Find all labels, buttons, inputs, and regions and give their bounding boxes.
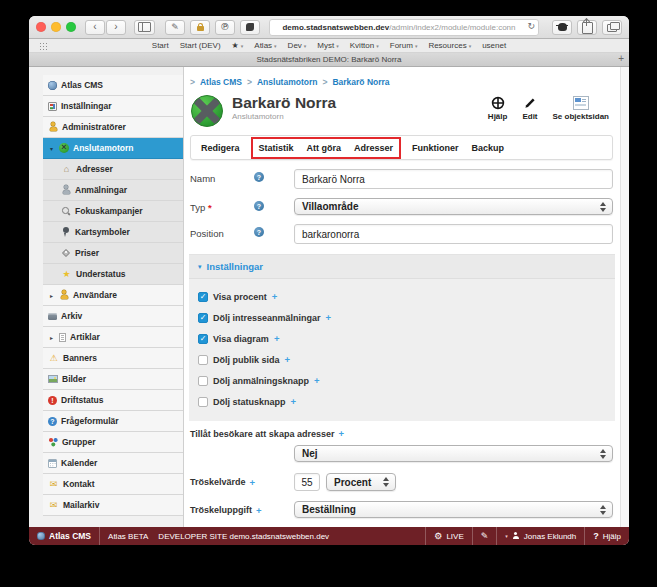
bookmark-start-dev[interactable]: Start (DEV) xyxy=(180,41,221,50)
extension-pinner-button[interactable]: ℗ xyxy=(215,20,235,35)
sidebar-item-kartsymboler[interactable]: Kartsymboler xyxy=(43,222,183,243)
sidebar-item-artiklar[interactable]: ▸Artiklar xyxy=(43,327,183,348)
question-circle-icon xyxy=(48,417,57,426)
minimize-window-button[interactable] xyxy=(51,22,61,32)
name-input[interactable] xyxy=(294,169,613,189)
collapsed-chevron-icon[interactable]: ▸ xyxy=(48,292,55,299)
checkbox-unchecked[interactable] xyxy=(198,355,208,365)
help-action-button[interactable]: Hjälp xyxy=(488,96,508,121)
help-icon[interactable] xyxy=(254,172,264,182)
sidebar-item-mailarkiv[interactable]: Mailarkiv xyxy=(43,495,183,516)
checkbox-checked[interactable] xyxy=(198,334,208,344)
close-window-button[interactable] xyxy=(36,22,46,32)
bookmarks-grid-icon[interactable] xyxy=(39,42,47,50)
checkbox-checked[interactable] xyxy=(198,313,208,323)
type-select[interactable]: Villaområde xyxy=(294,198,613,215)
bookmark-start[interactable]: Start xyxy=(152,41,169,50)
collapsed-chevron-icon[interactable]: ▸ xyxy=(48,334,55,341)
plus-link[interactable]: + xyxy=(326,312,332,323)
settings-section-header[interactable]: ▾ Inställningar xyxy=(189,255,615,279)
sidebar-item-anslutamotorn[interactable]: ▾Anslutamotorn xyxy=(43,138,183,159)
tab-adresser[interactable]: Adresser xyxy=(354,143,393,153)
sidebar-item-administratorer[interactable]: Administratörer xyxy=(43,117,183,138)
sidebar-item-frageformular[interactable]: Frågeformulär xyxy=(43,411,183,432)
allow-create-addresses-select[interactable]: Nej xyxy=(294,445,613,462)
bookmark-forum-folder[interactable]: Forum▾ xyxy=(390,41,418,50)
expanded-chevron-icon[interactable]: ▾ xyxy=(48,145,55,152)
breadcrumb-barkaro-norra[interactable]: Barkarö Norra xyxy=(332,77,389,87)
zoom-window-button[interactable] xyxy=(66,22,76,32)
extension-misc-button[interactable] xyxy=(240,20,260,35)
footer-edit-button[interactable]: ✎ xyxy=(472,527,497,545)
sidebar-item-priser[interactable]: Priser xyxy=(43,243,183,264)
tab-att-gora[interactable]: Att göra xyxy=(307,143,342,153)
help-icon[interactable] xyxy=(254,201,264,211)
plus-link[interactable]: + xyxy=(272,291,278,302)
page-scrollbar[interactable] xyxy=(620,67,629,527)
checkbox-unchecked[interactable] xyxy=(198,376,208,386)
bookmark-dev-folder[interactable]: Dev▾ xyxy=(288,41,307,50)
bookmark-atlas-folder[interactable]: Atlas▾ xyxy=(254,41,276,50)
extension-password-button[interactable] xyxy=(190,20,210,35)
share-button[interactable] xyxy=(577,20,597,35)
sidebar-item-fokuskampanjer[interactable]: Fokuskampanjer xyxy=(43,201,183,222)
threshold-task-select[interactable]: Beställning xyxy=(294,501,613,518)
object-motor-icon xyxy=(190,94,224,128)
position-input[interactable] xyxy=(294,224,613,244)
browser-window: ‹ › ✎ ℗ demo.stadsnatswebben.dev/admin/i… xyxy=(29,16,629,545)
sidebar-item-anmalningar[interactable]: Anmälningar xyxy=(43,180,183,201)
checkbox-unchecked[interactable] xyxy=(198,397,208,407)
sidebar-item-installningar[interactable]: Inställningar xyxy=(43,96,183,117)
active-tab-title[interactable]: Stadsnätsfabriken DEMO: Barkarö Norra xyxy=(257,55,402,64)
sidebar-item-driftstatus[interactable]: Driftstatus xyxy=(43,390,183,411)
extension-blocker-button[interactable] xyxy=(552,20,572,35)
help-icon[interactable] xyxy=(254,227,264,237)
tab-backup[interactable]: Backup xyxy=(472,143,505,153)
bookmark-favorites-folder[interactable]: ★▾ xyxy=(232,41,244,50)
bookmark-usenet[interactable]: usenet xyxy=(482,41,506,50)
new-tab-button[interactable]: + xyxy=(618,53,624,65)
sidebar-toggle-button[interactable] xyxy=(134,20,155,35)
threshold-value-input[interactable] xyxy=(294,473,320,491)
sidebar-item-kalender[interactable]: Kalender xyxy=(43,453,183,474)
reload-icon[interactable]: ↻ xyxy=(527,21,535,31)
back-button[interactable]: ‹ xyxy=(85,20,105,35)
sidebar-item-arkiv[interactable]: Arkiv xyxy=(43,306,183,327)
tab-funktioner[interactable]: Funktioner xyxy=(412,143,459,153)
plus-link[interactable]: + xyxy=(291,396,297,407)
bookmark-kvitton-folder[interactable]: Kvitton▾ xyxy=(350,41,379,50)
bookmark-myst-folder[interactable]: Myst▾ xyxy=(317,41,338,50)
see-object-page-button[interactable]: Se objektsidan xyxy=(553,96,609,121)
sidebar-item-grupper[interactable]: Grupper xyxy=(43,432,183,453)
plus-link[interactable]: + xyxy=(338,428,344,439)
sidebar-item-banners[interactable]: Banners xyxy=(43,348,183,369)
bookmark-resources-folder[interactable]: Resources▾ xyxy=(428,41,471,50)
chevron-down-icon: ▾ xyxy=(274,43,277,49)
sidebar-item-adresser[interactable]: Adresser xyxy=(43,159,183,180)
footer-live-toggle[interactable]: ⚙ LIVE xyxy=(425,527,471,545)
sidebar-item-bilder[interactable]: Bilder xyxy=(43,369,183,390)
tab-statistik[interactable]: Statistik xyxy=(259,143,294,153)
sidebar-item-understatus[interactable]: Understatus xyxy=(43,264,183,285)
sidebar-item-atlas-cms[interactable]: Atlas CMS xyxy=(43,75,183,96)
plus-link[interactable]: + xyxy=(314,375,320,386)
plus-link[interactable]: + xyxy=(285,354,291,365)
breadcrumb-anslutamotorn[interactable]: Anslutamotorn xyxy=(257,77,317,87)
plus-link[interactable]: + xyxy=(250,477,256,491)
footer-help-button[interactable]: ? Hjälp xyxy=(584,527,629,545)
extension-signature-button[interactable]: ✎ xyxy=(165,20,185,35)
address-bar[interactable]: demo.stadsnatswebben.dev/admin/index2/mo… xyxy=(269,19,539,36)
tab-redigera[interactable]: Redigera xyxy=(201,143,240,153)
threshold-unit-select[interactable]: Procent xyxy=(326,473,396,491)
edit-action-button[interactable]: Edit xyxy=(522,96,537,121)
tab-overview-button[interactable] xyxy=(602,20,622,35)
plus-link[interactable]: + xyxy=(256,505,262,518)
plus-link[interactable]: + xyxy=(274,333,280,344)
footer-user-menu[interactable]: ▾ Jonas Eklundh xyxy=(496,527,584,545)
sidebar-item-kontakt[interactable]: Kontakt xyxy=(43,474,183,495)
checkbox-checked[interactable] xyxy=(198,292,208,302)
forward-button[interactable]: › xyxy=(106,20,126,35)
sidebar-item-anvandare[interactable]: ▸Användare xyxy=(43,285,183,306)
breadcrumb-atlas-cms[interactable]: Atlas CMS xyxy=(200,77,242,87)
footer-brand[interactable]: Atlas CMS xyxy=(29,527,100,545)
